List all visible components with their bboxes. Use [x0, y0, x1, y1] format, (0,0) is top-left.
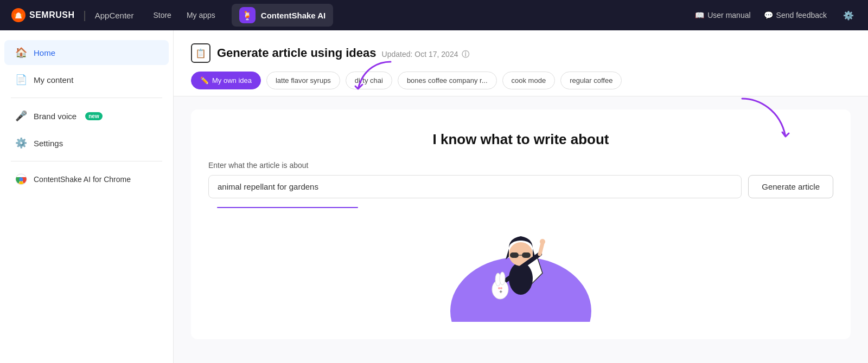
- svg-point-3: [20, 178, 23, 182]
- settings-icon[interactable]: ⚙️: [840, 7, 857, 24]
- svg-point-16: [500, 272, 505, 285]
- svg-text:✦: ✦: [499, 289, 503, 295]
- sidebar-chrome-label: ContentShake AI for Chrome: [34, 174, 131, 184]
- my-apps-link[interactable]: My apps: [187, 11, 215, 20]
- topnav-links: Store My apps: [153, 11, 215, 20]
- info-icon[interactable]: ⓘ: [462, 50, 469, 59]
- sidebar: 🏠 Home 📄 My content 🎤 Brand voice new ⚙️…: [0, 30, 174, 363]
- article-icon: 📋: [191, 43, 210, 63]
- tabs-row: ✏️ My own idea latte flavor syrups dirty…: [191, 72, 851, 96]
- tab-latte-flavor[interactable]: latte flavor syrups: [266, 72, 340, 89]
- user-manual-link[interactable]: 📖 User manual: [695, 11, 750, 20]
- content-area: 📋 Generate article using ideas Updated: …: [174, 30, 868, 363]
- content-header: 📋 Generate article using ideas Updated: …: [174, 30, 868, 96]
- send-feedback-link[interactable]: 💬 Send feedback: [764, 11, 827, 20]
- app-name-label: ContentShake AI: [261, 11, 326, 20]
- sidebar-item-home[interactable]: 🏠 Home: [4, 40, 169, 65]
- svg-line-11: [540, 243, 542, 254]
- microphone-icon: 🎤: [15, 110, 27, 122]
- sidebar-item-my-content[interactable]: 📄 My content: [4, 67, 169, 92]
- sidebar-settings-label: Settings: [34, 139, 63, 148]
- topnav: SEMRUSH | AppCenter Store My apps 🍹 Cont…: [0, 0, 868, 30]
- sidebar-divider-1: [11, 98, 162, 98]
- svg-point-12: [540, 239, 545, 244]
- sidebar-item-settings[interactable]: ⚙️ Settings: [4, 131, 169, 155]
- page-title: Generate article using ideas Updated: Oc…: [217, 46, 469, 60]
- input-label: Enter what the article is about: [208, 161, 833, 170]
- store-link[interactable]: Store: [153, 11, 171, 20]
- sidebar-item-brand-voice[interactable]: 🎤 Brand voice new: [4, 103, 169, 128]
- current-app[interactable]: 🍹 ContentShake AI: [232, 4, 333, 27]
- tab-cook-mode[interactable]: cook mode: [502, 72, 556, 89]
- tab-regular-coffee[interactable]: regular coffee: [560, 72, 622, 89]
- feedback-icon: 💬: [764, 11, 773, 20]
- tab-my-own-idea[interactable]: ✏️ My own idea: [191, 72, 261, 89]
- semrush-brand[interactable]: SEMRUSH | AppCenter: [11, 8, 133, 23]
- nav-divider: |: [84, 9, 86, 22]
- sidebar-home-label: Home: [34, 48, 55, 57]
- title-row: 📋 Generate article using ideas Updated: …: [191, 43, 851, 63]
- sidebar-content-label: My content: [34, 75, 73, 85]
- sidebar-item-chrome[interactable]: ContentShake AI for Chrome: [4, 167, 169, 192]
- sidebar-divider-2: [11, 161, 162, 161]
- generate-article-button[interactable]: Generate article: [748, 175, 833, 198]
- input-underline-decoration: [217, 207, 358, 208]
- book-icon: 📖: [695, 11, 704, 20]
- chrome-icon: [15, 173, 27, 185]
- svg-rect-8: [522, 252, 531, 258]
- pencil-icon: ✏️: [200, 76, 209, 85]
- appcenter-label: AppCenter: [95, 11, 134, 20]
- main-layout: 🏠 Home 📄 My content 🎤 Brand voice new ⚙️…: [0, 30, 868, 363]
- tab-bones-coffee[interactable]: bones coffee company r...: [398, 72, 497, 89]
- updated-text: Updated: Oct 17, 2024: [382, 50, 458, 59]
- svg-rect-7: [510, 252, 519, 258]
- arrow-right-decoration: [731, 93, 796, 147]
- new-badge: new: [85, 112, 102, 120]
- settings-sidebar-icon: ⚙️: [15, 137, 27, 149]
- sidebar-brand-voice-label: Brand voice: [34, 112, 76, 121]
- home-icon: 🏠: [15, 47, 27, 59]
- content-icon: 📄: [15, 74, 27, 86]
- article-topic-input[interactable]: [208, 175, 742, 198]
- hero-illustration: ✦: [434, 213, 608, 322]
- illustration-wrap: ✦: [208, 213, 833, 322]
- input-row: Generate article: [208, 175, 833, 198]
- semrush-label: SEMRUSH: [29, 10, 75, 20]
- topnav-right: 📖 User manual 💬 Send feedback ⚙️: [695, 7, 857, 24]
- tab-dirty-chai[interactable]: dirty chai: [346, 72, 392, 89]
- app-icon: 🍹: [239, 7, 256, 23]
- main-content-card: I know what to write about Enter what th…: [191, 109, 851, 339]
- semrush-fox-icon: [11, 8, 26, 23]
